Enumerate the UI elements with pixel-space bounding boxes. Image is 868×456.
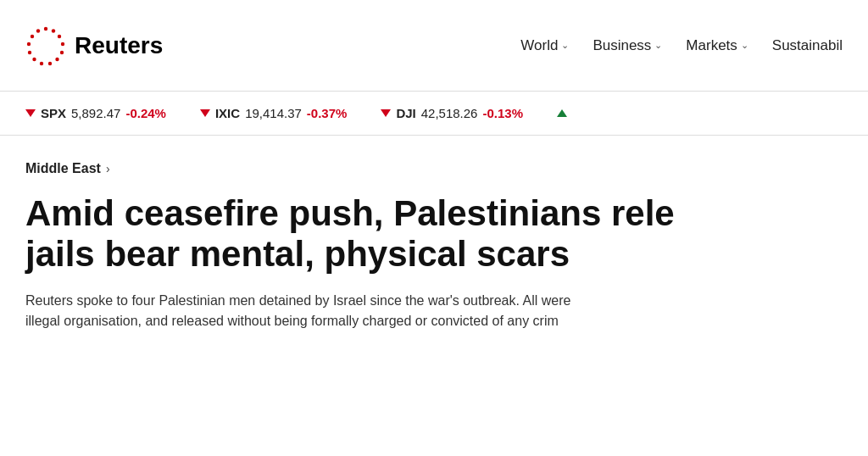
svg-point-4 bbox=[60, 50, 64, 53]
article-headline: Amid ceasefire push, Palestinians rele j… bbox=[25, 193, 843, 275]
dji-value: 42,518.26 bbox=[421, 106, 478, 120]
spx-change: -0.24% bbox=[125, 106, 166, 120]
nav-item-world[interactable]: World ⌄ bbox=[520, 37, 569, 54]
svg-point-3 bbox=[61, 42, 64, 45]
ticker-ixic[interactable]: IXIC 19,414.37 -0.37% bbox=[200, 106, 347, 120]
nav-markets-label: Markets bbox=[686, 37, 737, 54]
main-content: Middle East › Amid ceasefire push, Pales… bbox=[0, 136, 868, 349]
svg-point-6 bbox=[48, 61, 52, 64]
article-summary: Reuters spoke to four Palestinian men de… bbox=[25, 291, 843, 333]
nav-markets-chevron: ⌄ bbox=[741, 40, 748, 51]
reuters-logo-icon bbox=[25, 25, 66, 66]
spx-arrow-down-icon bbox=[25, 109, 36, 117]
dji-label: DJI bbox=[396, 106, 415, 120]
nav-item-markets[interactable]: Markets ⌄ bbox=[686, 37, 748, 54]
svg-point-10 bbox=[27, 42, 31, 45]
nav-world-label: World bbox=[520, 37, 558, 54]
breadcrumb-chevron-icon: › bbox=[106, 162, 110, 175]
ticker-fourth[interactable] bbox=[557, 109, 567, 117]
summary-line-2: illegal organisation, and released witho… bbox=[25, 314, 559, 328]
ixic-arrow-down-icon bbox=[200, 109, 210, 117]
svg-point-11 bbox=[31, 34, 34, 37]
nav-world-chevron: ⌄ bbox=[561, 40, 569, 51]
dji-change: -0.13% bbox=[482, 106, 523, 120]
nav-business-label: Business bbox=[593, 37, 651, 54]
ixic-value: 19,414.37 bbox=[245, 106, 302, 120]
svg-point-1 bbox=[52, 29, 55, 32]
breadcrumb-middle-east[interactable]: Middle East bbox=[25, 161, 101, 176]
reuters-wordmark: Reuters bbox=[75, 32, 163, 59]
ticker-spx[interactable]: SPX 5,892.47 -0.24% bbox=[25, 106, 166, 120]
summary-line-1: Reuters spoke to four Palestinian men de… bbox=[25, 293, 570, 308]
svg-point-0 bbox=[44, 26, 47, 30]
svg-point-5 bbox=[55, 57, 58, 60]
headline-line-2: jails bear mental, physical scars bbox=[25, 234, 570, 274]
main-nav: World ⌄ Business ⌄ Markets ⌄ Sustainabil bbox=[520, 37, 843, 54]
nav-item-business[interactable]: Business ⌄ bbox=[593, 37, 662, 54]
spx-label: SPX bbox=[41, 106, 66, 120]
nav-sustainability-label: Sustainabil bbox=[772, 37, 843, 54]
breadcrumb[interactable]: Middle East › bbox=[25, 161, 843, 176]
ticker-dji[interactable]: DJI 42,518.26 -0.13% bbox=[381, 106, 523, 120]
site-header: Reuters World ⌄ Business ⌄ Markets ⌄ Sus… bbox=[0, 0, 868, 92]
ticker-bar: SPX 5,892.47 -0.24% IXIC 19,414.37 -0.37… bbox=[0, 92, 868, 136]
nav-item-sustainability[interactable]: Sustainabil bbox=[772, 37, 843, 54]
svg-point-8 bbox=[32, 57, 36, 60]
fourth-arrow-up-icon bbox=[557, 109, 567, 117]
dji-arrow-down-icon bbox=[381, 109, 391, 117]
spx-value: 5,892.47 bbox=[71, 106, 120, 120]
svg-point-9 bbox=[28, 50, 31, 53]
logo-area: Reuters bbox=[25, 25, 163, 66]
nav-business-chevron: ⌄ bbox=[654, 40, 662, 51]
ixic-label: IXIC bbox=[215, 106, 240, 120]
svg-point-2 bbox=[58, 34, 61, 37]
headline-line-1: Amid ceasefire push, Palestinians rele bbox=[25, 193, 675, 233]
ixic-change: -0.37% bbox=[307, 106, 348, 120]
svg-point-12 bbox=[36, 29, 40, 32]
svg-point-7 bbox=[40, 61, 43, 64]
